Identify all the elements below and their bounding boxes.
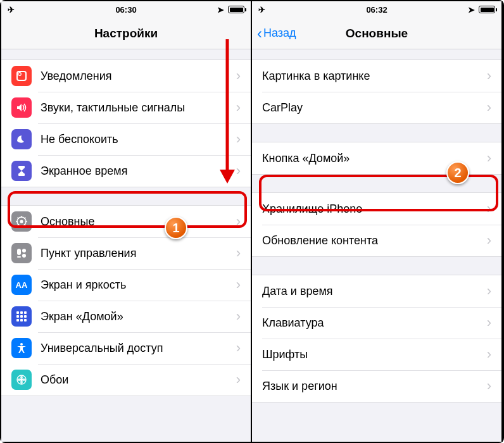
general-list[interactable]: Картинка в картинке›CarPlay› Кнопка «Дом… [252, 49, 501, 442]
row-screentime[interactable]: Экранное время› [1, 155, 251, 187]
svg-rect-19 [20, 311, 23, 314]
row-label: Пункт управления [41, 247, 231, 260]
svg-rect-20 [24, 311, 27, 314]
airplane-icon: ✈︎ [8, 5, 15, 15]
svg-rect-3 [18, 173, 25, 176]
settings-list[interactable]: Уведомления›Звуки, тактильные сигналы›Не… [1, 49, 251, 442]
svg-point-5 [20, 220, 23, 223]
row-label: Язык и регион [262, 380, 482, 393]
chevron-right-icon: › [487, 150, 491, 166]
row-bgrefresh[interactable]: Обновление контента› [252, 225, 501, 256]
page-title: Настройки [1, 27, 251, 41]
homescreen-icon [11, 306, 32, 327]
svg-rect-25 [20, 319, 23, 321]
row-label: Основные [41, 215, 231, 228]
nav-bar: Настройки [1, 18, 251, 49]
chevron-right-icon: › [236, 371, 241, 388]
step-marker-2: 2 [446, 161, 469, 184]
row-label: Хранилище iPhone [262, 203, 482, 216]
chevron-right-icon: › [236, 277, 241, 293]
chevron-right-icon: › [236, 131, 241, 147]
sounds-icon [11, 97, 32, 118]
chevron-right-icon: › [487, 99, 491, 116]
row-label: Дата и время [262, 285, 482, 298]
phone-left: ✈︎ 06:30 ➤ Настройки Уведомления›Звуки, … [1, 1, 252, 442]
row-label: Не беспокоить [41, 133, 231, 146]
chevron-right-icon: › [236, 99, 241, 116]
settings-group: Хранилище iPhone›Обновление контента› [252, 192, 501, 257]
row-sounds[interactable]: Звуки, тактильные сигналы› [1, 92, 251, 123]
wallpaper-icon [11, 370, 32, 390]
chevron-right-icon: › [487, 346, 491, 363]
step-marker-1: 1 [165, 216, 187, 239]
svg-rect-16 [17, 256, 21, 258]
chevron-right-icon: › [487, 68, 491, 84]
row-wallpaper[interactable]: Обои› [1, 364, 251, 396]
chevron-right-icon: › [236, 163, 241, 179]
row-label: Универсальный доступ [41, 342, 231, 355]
row-label: Клавиатура [262, 316, 482, 330]
row-storage[interactable]: Хранилище iPhone› [252, 193, 501, 225]
chevron-right-icon: › [236, 245, 241, 261]
row-fonts[interactable]: Шрифты› [252, 339, 501, 370]
back-label: Назад [263, 27, 296, 40]
chevron-right-icon: › [487, 232, 491, 249]
svg-rect-2 [18, 166, 25, 168]
row-pip[interactable]: Картинка в картинке› [252, 60, 501, 92]
row-label: Звуки, тактильные сигналы [41, 101, 231, 115]
back-button[interactable]: ‹ Назад [252, 26, 296, 41]
svg-rect-22 [20, 315, 23, 318]
battery-icon [479, 6, 495, 13]
row-label: Обновление контента [262, 234, 482, 247]
row-label: Шрифты [262, 348, 482, 361]
tutorial-frame: ✈︎ 06:30 ➤ Настройки Уведомления›Звуки, … [0, 0, 504, 443]
row-carplay[interactable]: CarPlay› [252, 92, 501, 123]
chevron-right-icon: › [487, 283, 491, 299]
chevron-right-icon: › [487, 378, 491, 394]
row-datetime[interactable]: Дата и время› [252, 275, 501, 307]
chevron-left-icon: ‹ [257, 26, 262, 41]
chevron-right-icon: › [236, 213, 241, 230]
screentime-icon [11, 161, 32, 181]
dnd-icon [11, 129, 32, 149]
svg-rect-21 [16, 315, 19, 318]
location-icon: ➤ [468, 5, 475, 15]
battery-icon [228, 6, 244, 13]
svg-rect-24 [16, 319, 19, 321]
airplane-icon: ✈︎ [258, 5, 265, 15]
settings-group: Уведомления›Звуки, тактильные сигналы›Не… [1, 59, 251, 187]
svg-point-27 [20, 343, 23, 346]
phone-right: ✈︎ 06:32 ➤ ‹ Назад Основные Картинка в к… [252, 1, 503, 442]
chevron-right-icon: › [236, 308, 241, 325]
svg-rect-14 [17, 249, 21, 255]
svg-rect-18 [16, 311, 19, 314]
row-label: Экран «Домой» [41, 310, 231, 323]
svg-point-1 [18, 73, 22, 76]
chevron-right-icon: › [487, 315, 491, 331]
row-controlcenter[interactable]: Пункт управления› [1, 237, 251, 269]
svg-rect-26 [24, 319, 27, 321]
chevron-right-icon: › [236, 340, 241, 356]
status-time: 06:30 [87, 5, 166, 15]
row-label: Экранное время [41, 165, 231, 178]
row-keyboard[interactable]: Клавиатура› [252, 307, 501, 339]
row-label: Обои [41, 373, 231, 387]
display-icon: AA [11, 275, 32, 295]
settings-group: Картинка в картинке›CarPlay› [252, 59, 501, 124]
row-label: Кнопка «Домой» [262, 152, 482, 165]
row-notifications[interactable]: Уведомления› [1, 60, 251, 92]
row-dnd[interactable]: Не беспокоить› [1, 123, 251, 155]
row-language[interactable]: Язык и регион› [252, 370, 501, 402]
svg-rect-23 [24, 315, 27, 318]
row-label: Картинка в картинке [262, 70, 482, 83]
controlcenter-icon [11, 243, 32, 263]
settings-group: Основные›Пункт управления›AAЭкран и ярко… [1, 205, 251, 396]
row-general[interactable]: Основные› [1, 206, 251, 237]
row-homescreen[interactable]: Экран «Домой»› [1, 301, 251, 332]
accessibility-icon [11, 338, 32, 358]
status-bar: ✈︎ 06:30 ➤ [1, 1, 251, 18]
row-accessibility[interactable]: Универсальный доступ› [1, 332, 251, 364]
settings-group: Дата и время›Клавиатура›Шрифты›Язык и ре… [252, 275, 501, 402]
row-display[interactable]: AAЭкран и яркость› [1, 269, 251, 301]
chevron-right-icon: › [236, 68, 241, 84]
